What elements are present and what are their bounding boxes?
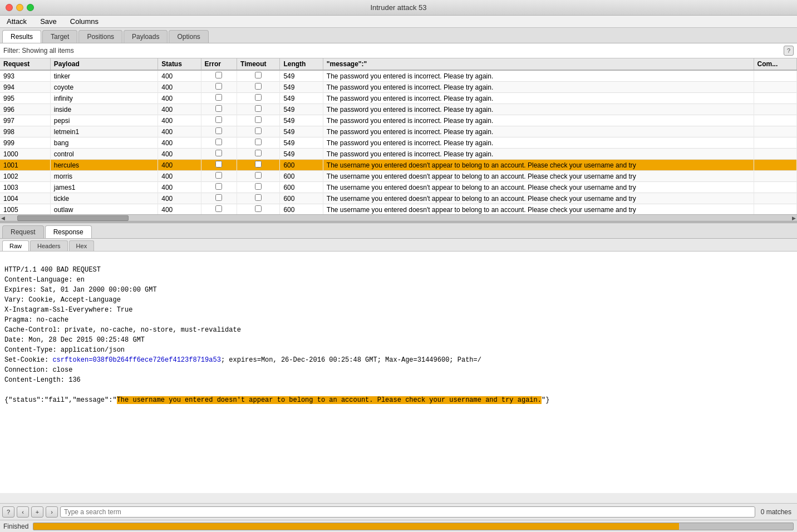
main-tab-bar: Results Target Positions Payloads Option…: [0, 28, 797, 43]
table-row[interactable]: 999bang400549The password you entered is…: [0, 137, 797, 149]
filter-bar: Filter: Showing all items ?: [0, 43, 797, 58]
table-row[interactable]: 994coyote400549The password you entered …: [0, 82, 797, 93]
table-row[interactable]: 996inside400549The password you entered …: [0, 104, 797, 115]
search-help-button[interactable]: ?: [2, 506, 14, 518]
error-checkbox[interactable]: [215, 127, 222, 134]
response-content[interactable]: HTTP/1.1 400 BAD REQUEST Content-Languag…: [0, 252, 797, 493]
timeout-checkbox[interactable]: [255, 183, 262, 190]
tab-request[interactable]: Request: [2, 225, 44, 238]
table-row[interactable]: 997pepsi400549The password you entered i…: [0, 115, 797, 126]
help-button[interactable]: ?: [784, 46, 794, 56]
tab-hex[interactable]: Hex: [69, 240, 95, 251]
scroll-right-arrow[interactable]: ▶: [792, 215, 796, 221]
error-checkbox[interactable]: [215, 183, 222, 190]
error-checkbox[interactable]: [215, 94, 222, 101]
table-row[interactable]: 1004tickle400600The username you entered…: [0, 193, 797, 204]
col-status[interactable]: Status: [158, 58, 201, 70]
table-row[interactable]: 1002morris400600The username you entered…: [0, 171, 797, 182]
search-bar: ? ‹ + › 0 matches: [0, 503, 797, 520]
status-text: Finished: [3, 523, 28, 530]
response-set-cookie-value: csrftoken=038f0b264ff6ece726ef4123f8719a…: [52, 356, 220, 364]
filter-text: Filter: Showing all items: [3, 47, 74, 55]
timeout-checkbox[interactable]: [255, 205, 262, 212]
progress-bar: [33, 523, 794, 530]
tab-results[interactable]: Results: [2, 30, 41, 43]
col-request[interactable]: Request: [0, 58, 50, 70]
progress-fill: [33, 523, 679, 530]
timeout-checkbox[interactable]: [255, 161, 262, 168]
error-checkbox[interactable]: [215, 150, 222, 156]
error-checkbox[interactable]: [215, 205, 222, 212]
results-table-area: Request Payload Status Error Timeout Len…: [0, 58, 797, 214]
req-resp-tab-bar: Request Response: [0, 223, 797, 239]
error-checkbox[interactable]: [215, 116, 222, 123]
tab-headers[interactable]: Headers: [30, 240, 68, 251]
horizontal-scrollbar[interactable]: ◀ ▶: [0, 214, 797, 221]
search-matches: 0 matches: [757, 508, 795, 516]
table-row[interactable]: 1000control400549The password you entere…: [0, 149, 797, 160]
tab-raw[interactable]: Raw: [2, 240, 29, 251]
col-length[interactable]: Length: [280, 58, 323, 70]
tab-positions[interactable]: Positions: [78, 30, 122, 43]
error-checkbox[interactable]: [215, 172, 222, 179]
search-prev-button[interactable]: ‹: [17, 506, 29, 518]
response-body-highlight: The username you entered doesn't appear …: [117, 396, 542, 404]
inner-tab-bar: Raw Headers Hex: [0, 239, 797, 252]
timeout-checkbox[interactable]: [255, 139, 262, 145]
timeout-checkbox[interactable]: [255, 83, 262, 90]
menu-bar: Attack Save Columns: [0, 16, 797, 28]
status-bar: Finished: [0, 520, 797, 532]
response-set-cookie-prefix: Set-Cookie:: [4, 356, 52, 364]
timeout-checkbox[interactable]: [255, 72, 262, 78]
search-input[interactable]: [60, 506, 755, 518]
response-body-prefix: {"status":"fail","message":": [4, 396, 117, 404]
minimize-button[interactable]: [16, 4, 23, 11]
tab-target[interactable]: Target: [42, 30, 77, 43]
timeout-checkbox[interactable]: [255, 172, 262, 179]
table-row[interactable]: 993tinker400549The password you entered …: [0, 70, 797, 82]
col-message[interactable]: "message":": [323, 58, 754, 70]
response-footer-headers: Connection: close Content-Length: 136: [4, 366, 81, 384]
scroll-thumb[interactable]: [17, 215, 129, 221]
col-comment[interactable]: Com...: [754, 58, 796, 70]
response-body-suffix: "}: [542, 396, 549, 404]
window-controls[interactable]: [6, 4, 34, 11]
timeout-checkbox[interactable]: [255, 194, 262, 201]
table-row[interactable]: 1003james1400600The username you entered…: [0, 182, 797, 193]
scroll-left-arrow[interactable]: ◀: [0, 215, 6, 221]
menu-columns[interactable]: Columns: [68, 16, 101, 27]
tab-payloads[interactable]: Payloads: [124, 30, 168, 43]
menu-attack[interactable]: Attack: [4, 16, 29, 27]
error-checkbox[interactable]: [215, 83, 222, 90]
timeout-checkbox[interactable]: [255, 105, 262, 112]
col-timeout[interactable]: Timeout: [237, 58, 280, 70]
timeout-checkbox[interactable]: [255, 150, 262, 156]
response-headers: HTTP/1.1 400 BAD REQUEST Content-Languag…: [4, 266, 241, 354]
error-checkbox[interactable]: [215, 72, 222, 78]
tab-options[interactable]: Options: [169, 30, 208, 43]
table-scroll[interactable]: Request Payload Status Error Timeout Len…: [0, 58, 797, 214]
table-row[interactable]: 995infinity400549The password you entere…: [0, 93, 797, 104]
col-error[interactable]: Error: [201, 58, 237, 70]
title-bar: Intruder attack 53: [0, 0, 797, 16]
window-title: Intruder attack 53: [370, 3, 426, 12]
table-row[interactable]: 1001hercules400600The username you enter…: [0, 160, 797, 171]
table-row[interactable]: 998letmein1400549The password you entere…: [0, 126, 797, 137]
timeout-checkbox[interactable]: [255, 94, 262, 101]
timeout-checkbox[interactable]: [255, 116, 262, 123]
error-checkbox[interactable]: [215, 105, 222, 112]
maximize-button[interactable]: [27, 4, 34, 11]
search-next-button[interactable]: ›: [46, 506, 58, 518]
error-checkbox[interactable]: [215, 139, 222, 145]
error-checkbox[interactable]: [215, 161, 222, 168]
timeout-checkbox[interactable]: [255, 127, 262, 134]
response-set-cookie-suffix: ; expires=Mon, 26-Dec-2016 00:25:48 GMT;…: [221, 356, 481, 364]
search-next-button-add[interactable]: +: [31, 506, 43, 518]
col-payload[interactable]: Payload: [50, 58, 158, 70]
error-checkbox[interactable]: [215, 194, 222, 201]
close-button[interactable]: [6, 4, 13, 11]
results-table: Request Payload Status Error Timeout Len…: [0, 58, 797, 214]
menu-save[interactable]: Save: [38, 16, 59, 27]
table-row[interactable]: 1005outlaw400600The username you entered…: [0, 204, 797, 215]
tab-response[interactable]: Response: [45, 225, 92, 238]
